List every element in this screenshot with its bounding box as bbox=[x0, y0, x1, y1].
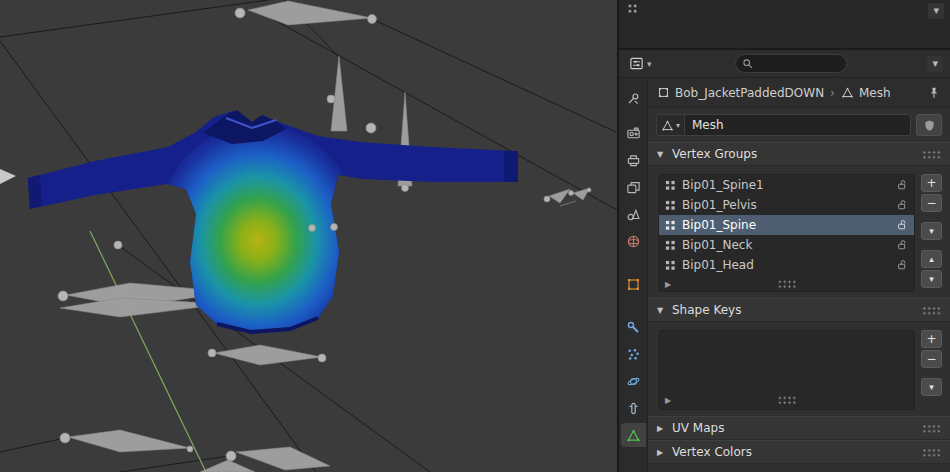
render-icon bbox=[626, 126, 641, 141]
vertex-group-icon bbox=[665, 240, 676, 251]
lock-open-icon[interactable] bbox=[896, 259, 908, 271]
drag-grip-icon[interactable] bbox=[922, 424, 941, 433]
list-expander-icon[interactable]: ▶ bbox=[665, 396, 671, 405]
blender-window: ▾ ▾ ▾ bbox=[0, 0, 950, 472]
tab-object[interactable] bbox=[621, 272, 646, 296]
tab-output[interactable] bbox=[621, 148, 646, 172]
vertex-groups-list: Bip01_Spine1 Bip01_Pelvis Bip01_Spine bbox=[658, 174, 915, 292]
breadcrumb-mesh-label: Mesh bbox=[859, 86, 891, 100]
view-layer-icon bbox=[626, 180, 641, 195]
add-vertex-group-button[interactable]: + bbox=[921, 174, 942, 192]
vertex-group-name: Bip01_Neck bbox=[682, 238, 752, 252]
panel-title: Vertex Groups bbox=[672, 147, 757, 161]
tab-view-layer[interactable] bbox=[621, 175, 646, 199]
vertex-groups-panel-header[interactable]: ▼ Vertex Groups bbox=[648, 142, 950, 166]
mesh-datablock-selector[interactable]: ▾ bbox=[656, 114, 685, 136]
mesh-icon bbox=[841, 86, 854, 99]
vertex-group-row[interactable]: Bip01_Spine1 bbox=[659, 175, 914, 195]
shape-keys-list[interactable]: ▶ bbox=[658, 330, 915, 410]
search-input[interactable] bbox=[758, 57, 840, 70]
pin-icon[interactable] bbox=[927, 86, 941, 100]
properties-editor-icon bbox=[629, 56, 644, 71]
shape-keys-buttons: + − ▾ bbox=[921, 330, 942, 410]
tab-scene[interactable] bbox=[621, 202, 646, 226]
remove-shape-key-button[interactable]: − bbox=[921, 350, 942, 368]
shape-key-specials-menu-button[interactable]: ▾ bbox=[921, 378, 942, 396]
drag-grip-icon[interactable] bbox=[922, 306, 941, 315]
resize-grip-icon[interactable] bbox=[777, 396, 796, 405]
vertex-group-icon bbox=[665, 220, 676, 231]
tab-modifiers[interactable] bbox=[621, 315, 646, 339]
lock-open-icon[interactable] bbox=[896, 199, 908, 211]
vertex-group-row[interactable]: Bip01_Head bbox=[659, 255, 914, 275]
world-icon bbox=[626, 234, 641, 249]
tab-tool[interactable] bbox=[621, 86, 646, 110]
drag-grip-icon[interactable] bbox=[922, 448, 941, 457]
collapse-chevron[interactable]: ▾ bbox=[928, 3, 944, 19]
vertex-group-name: Bip01_Spine bbox=[682, 218, 756, 232]
tab-render[interactable] bbox=[621, 121, 646, 145]
header-collapse-chevron[interactable]: ▾ bbox=[927, 56, 943, 72]
expand-triangle-icon: ▼ bbox=[657, 306, 665, 315]
mesh-data-icon bbox=[626, 428, 641, 443]
drag-grip-icon[interactable] bbox=[922, 150, 941, 159]
tab-constraints[interactable] bbox=[621, 396, 646, 420]
breadcrumb-object[interactable]: Bob_JacketPaddedDOWN bbox=[657, 86, 824, 100]
vertex-group-icon bbox=[665, 180, 676, 191]
list-expander-icon[interactable]: ▶ bbox=[665, 280, 671, 289]
vertex-colors-panel-header[interactable]: ▶ Vertex Colors bbox=[648, 440, 950, 464]
lock-open-icon[interactable] bbox=[896, 219, 908, 231]
resize-grip-icon[interactable] bbox=[777, 280, 796, 289]
physics-icon bbox=[626, 374, 641, 389]
output-icon bbox=[626, 153, 641, 168]
breadcrumb-mesh[interactable]: Mesh bbox=[841, 86, 891, 100]
lock-open-icon[interactable] bbox=[896, 239, 908, 251]
vertex-group-name: Bip01_Spine1 bbox=[682, 178, 764, 192]
filter-grid-icon[interactable] bbox=[626, 2, 640, 16]
breadcrumb-separator: › bbox=[830, 86, 835, 100]
modifiers-wrench-icon bbox=[626, 320, 641, 335]
vertex-group-row[interactable]: Bip01_Neck bbox=[659, 235, 914, 255]
outliner-strip: ▾ bbox=[619, 0, 950, 50]
tab-particles[interactable] bbox=[621, 342, 646, 366]
vertex-group-row-selected[interactable]: Bip01_Spine bbox=[659, 215, 914, 235]
vertex-group-icon bbox=[665, 260, 676, 271]
editor-type-button[interactable]: ▾ bbox=[626, 54, 655, 73]
tab-object-data[interactable] bbox=[621, 423, 646, 447]
remove-vertex-group-button[interactable]: − bbox=[921, 194, 942, 212]
move-group-down-button[interactable]: ▾ bbox=[921, 270, 942, 288]
mesh-name-field[interactable] bbox=[685, 114, 911, 136]
panel-title: Shape Keys bbox=[672, 303, 741, 317]
vertex-group-row[interactable]: Bip01_Pelvis bbox=[659, 195, 914, 215]
shape-keys-panel-header[interactable]: ▼ Shape Keys bbox=[648, 298, 950, 322]
mesh-icon bbox=[661, 119, 674, 132]
breadcrumb: Bob_JacketPaddedDOWN › Mesh bbox=[648, 78, 950, 108]
object-icon bbox=[626, 277, 641, 292]
particles-icon bbox=[626, 347, 641, 362]
datablock-row: ▾ bbox=[648, 108, 950, 142]
vertex-group-name: Bip01_Head bbox=[682, 258, 754, 272]
object-icon bbox=[657, 86, 670, 99]
chevron-down-icon: ▾ bbox=[676, 121, 680, 130]
weight-paint-scene bbox=[0, 0, 617, 472]
collapsed-triangle-icon: ▶ bbox=[657, 424, 665, 433]
search-box[interactable] bbox=[735, 54, 847, 73]
expand-triangle-icon: ▼ bbox=[657, 150, 665, 159]
tool-icon bbox=[626, 91, 641, 106]
chevron-down-icon: ▾ bbox=[647, 59, 652, 69]
vertex-groups-buttons: + − ▾ ▴ ▾ bbox=[921, 174, 942, 292]
viewport-3d[interactable] bbox=[0, 0, 617, 472]
constraints-icon bbox=[626, 401, 641, 416]
vertex-group-specials-menu-button[interactable]: ▾ bbox=[921, 222, 942, 240]
shield-icon bbox=[923, 119, 936, 132]
fake-user-shield-button[interactable] bbox=[916, 114, 942, 136]
uv-maps-panel-header[interactable]: ▶ UV Maps bbox=[648, 416, 950, 440]
tab-world[interactable] bbox=[621, 229, 646, 253]
add-shape-key-button[interactable]: + bbox=[921, 330, 942, 348]
lock-open-icon[interactable] bbox=[896, 179, 908, 191]
scene-icon bbox=[626, 207, 641, 222]
move-group-up-button[interactable]: ▴ bbox=[921, 250, 942, 268]
tab-physics[interactable] bbox=[621, 369, 646, 393]
panel-title: Vertex Colors bbox=[672, 445, 752, 459]
property-tabs bbox=[619, 78, 648, 472]
